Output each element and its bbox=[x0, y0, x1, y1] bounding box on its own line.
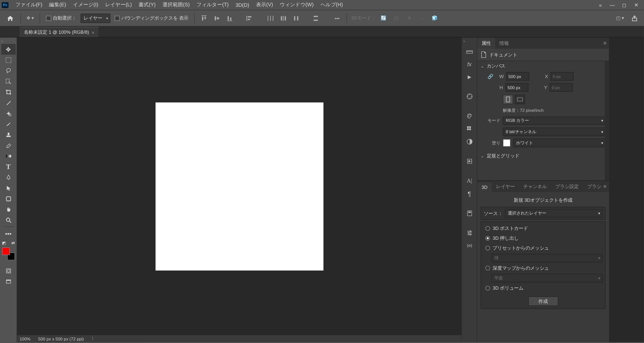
swatches-icon[interactable] bbox=[463, 124, 475, 133]
3d-zoom-icon[interactable]: 🧊 bbox=[430, 13, 440, 23]
ruler-icon[interactable] bbox=[463, 47, 475, 56]
arrange-docs-icon[interactable]: ◰ ▾ bbox=[615, 13, 625, 23]
3d-slide-icon[interactable]: ↔ bbox=[417, 13, 427, 23]
align-top-icon[interactable] bbox=[199, 13, 209, 23]
tab-properties[interactable]: 属性 bbox=[477, 38, 495, 49]
menu-select[interactable]: 選択範囲(S) bbox=[159, 0, 193, 10]
radio-extrusion[interactable] bbox=[485, 236, 490, 241]
path-select-tool[interactable] bbox=[1, 183, 16, 193]
menu-layer[interactable]: レイヤー(L) bbox=[102, 0, 135, 10]
x-field[interactable] bbox=[551, 72, 574, 81]
menu-type[interactable]: 書式(Y) bbox=[135, 0, 159, 10]
marquee-tool[interactable] bbox=[1, 55, 16, 65]
color-icon[interactable] bbox=[463, 111, 475, 121]
quick-select-tool[interactable] bbox=[1, 76, 16, 87]
option-extrusion[interactable]: 3D 押し出し bbox=[484, 234, 603, 242]
fill-select[interactable]: ホワイト bbox=[513, 139, 606, 147]
layer-select-dropdown[interactable]: レイヤー bbox=[80, 13, 110, 23]
align-vcenter-icon[interactable] bbox=[212, 13, 222, 23]
menu-image[interactable]: イメージ(I) bbox=[70, 0, 102, 10]
menu-3d[interactable]: 3D(D) bbox=[232, 0, 253, 10]
menu-view[interactable]: 表示(V) bbox=[253, 0, 276, 10]
color-mode-select[interactable]: RGB カラー bbox=[503, 116, 606, 125]
zoom-tool[interactable] bbox=[1, 215, 16, 225]
document-tab[interactable]: 名称未設定 1 @ 100% (RGB/8) × bbox=[20, 27, 99, 37]
menu-file[interactable]: ファイル(F) bbox=[12, 0, 46, 10]
crop-tool[interactable] bbox=[1, 87, 16, 97]
height-field[interactable] bbox=[505, 83, 528, 92]
tab-3d[interactable]: 3D bbox=[477, 183, 492, 192]
distribute-h3-icon[interactable] bbox=[291, 13, 301, 23]
preset-subselect[interactable]: 球 bbox=[491, 254, 602, 262]
canvas-area[interactable]: 100% 500 px x 500 px (72 ppi) 〉 bbox=[17, 38, 462, 342]
canvas-section-header[interactable]: ⌄ カンバス bbox=[477, 61, 609, 71]
depthmap-subselect[interactable]: 平面 bbox=[491, 274, 602, 283]
menu-help[interactable]: ヘルプ(H) bbox=[317, 0, 346, 10]
move-tool[interactable]: ✥ bbox=[1, 44, 16, 54]
pen-tool[interactable] bbox=[1, 172, 16, 183]
distribute-h-icon[interactable] bbox=[265, 13, 276, 23]
status-chevron-icon[interactable]: 〉 bbox=[92, 336, 96, 342]
auto-select-option[interactable]: 自動選択： bbox=[44, 14, 78, 22]
option-preset-mesh[interactable]: プリセットからのメッシュ bbox=[484, 244, 603, 252]
edit-toolbar-icon[interactable]: ••• bbox=[1, 228, 16, 239]
char-panel-icon[interactable]: A| bbox=[463, 176, 475, 186]
more-options-icon[interactable]: ••• bbox=[332, 13, 342, 23]
option-volume[interactable]: 3D ボリューム bbox=[484, 284, 603, 292]
radio-preset[interactable] bbox=[485, 246, 490, 251]
color-swatches[interactable] bbox=[2, 248, 15, 260]
fx-icon[interactable]: fx bbox=[463, 59, 475, 68]
default-colors-icon[interactable]: ◩ bbox=[2, 241, 6, 245]
libraries-icon[interactable] bbox=[463, 157, 475, 166]
3d-roll-icon[interactable]: 🗘 bbox=[391, 13, 401, 23]
history-icon[interactable] bbox=[463, 209, 475, 218]
healing-tool[interactable] bbox=[1, 108, 16, 119]
option-depthmap[interactable]: 深度マップからのメッシュ bbox=[484, 264, 603, 272]
y-field[interactable] bbox=[550, 83, 573, 92]
source-select[interactable]: 選択されたレイヤー bbox=[505, 209, 602, 218]
home-button[interactable] bbox=[4, 12, 16, 24]
foreground-color[interactable] bbox=[2, 248, 10, 255]
minimize-icon[interactable]: — bbox=[607, 0, 618, 10]
radio-depthmap[interactable] bbox=[485, 266, 490, 270]
tab-brush[interactable]: ブラシ bbox=[583, 181, 606, 192]
auto-select-checkbox[interactable] bbox=[46, 16, 51, 21]
zoom-value[interactable]: 100% bbox=[20, 336, 30, 341]
menu-edit[interactable]: 編集(E) bbox=[46, 0, 70, 10]
shape-tool[interactable] bbox=[1, 193, 16, 204]
eraser-tool[interactable] bbox=[1, 140, 16, 151]
hand-tool[interactable] bbox=[1, 204, 16, 215]
width-field[interactable] bbox=[506, 72, 529, 81]
paragraph-icon[interactable]: ¶ bbox=[463, 189, 475, 198]
radio-postcard[interactable] bbox=[485, 226, 490, 231]
canvas[interactable] bbox=[155, 102, 323, 270]
create-button[interactable]: 作成 bbox=[528, 296, 558, 306]
lasso-tool[interactable] bbox=[1, 65, 16, 76]
adjustments-icon[interactable] bbox=[463, 137, 475, 146]
align-bottom-icon[interactable] bbox=[225, 13, 235, 23]
tab-info[interactable]: 情報 bbox=[495, 38, 513, 49]
link-icon[interactable]: 🔗 bbox=[488, 74, 494, 79]
radio-volume[interactable] bbox=[485, 286, 490, 291]
tab-channels[interactable]: チャンネル bbox=[519, 181, 551, 192]
bit-depth-select[interactable]: 8 bit/チャンネル bbox=[503, 128, 606, 136]
forward-icon[interactable]: ▶ bbox=[463, 72, 475, 81]
fill-swatch[interactable] bbox=[503, 139, 510, 147]
scrollbar[interactable] bbox=[605, 61, 609, 180]
3d-pan-icon[interactable]: ✥ bbox=[404, 13, 414, 23]
landscape-button[interactable] bbox=[515, 95, 525, 104]
quickmask-tool[interactable] bbox=[1, 265, 16, 276]
settings-icon[interactable] bbox=[463, 228, 475, 237]
close-icon[interactable]: ✕ bbox=[630, 0, 642, 10]
option-postcard[interactable]: 3D ポストカード bbox=[484, 224, 603, 232]
portrait-button[interactable] bbox=[503, 95, 513, 104]
share-icon[interactable] bbox=[629, 13, 640, 23]
collapse-icon[interactable]: « bbox=[594, 0, 606, 10]
stamp-tool[interactable] bbox=[1, 129, 16, 140]
show-bounding-option[interactable]: バウンディングボックスを 表示 bbox=[113, 14, 190, 22]
swap-colors-icon[interactable]: ⇄ bbox=[11, 241, 15, 245]
actions-icon[interactable] bbox=[463, 241, 475, 250]
tab-brush-settings[interactable]: ブラシ設定 bbox=[551, 181, 583, 192]
rulers-section-header[interactable]: ⌄ 定規とグリッド bbox=[477, 151, 609, 161]
distribute-v-icon[interactable] bbox=[311, 13, 321, 23]
